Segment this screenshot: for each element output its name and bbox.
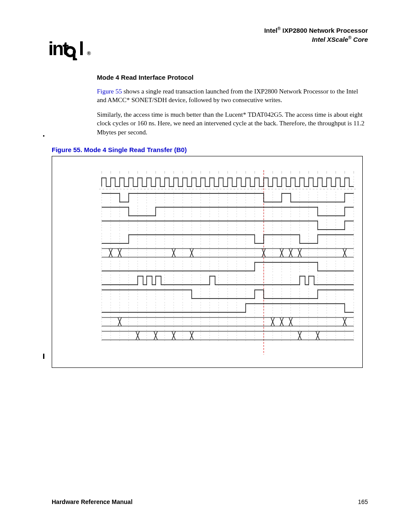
page-footer: Hardware Reference Manual 165 bbox=[52, 498, 368, 505]
page-number: 165 bbox=[358, 498, 368, 505]
registered-mark: ® bbox=[348, 35, 351, 40]
body-block: Figure 55 shows a single read transactio… bbox=[97, 87, 368, 137]
logo-text-post: l bbox=[79, 39, 83, 59]
header-text: IXP2800 Network Processor bbox=[280, 27, 368, 34]
change-bar-dot bbox=[43, 135, 44, 137]
paragraph-1-text: shows a single read transaction launched… bbox=[97, 88, 358, 103]
header-line-2: Intel XScale® Core bbox=[52, 35, 368, 44]
running-header: Intel® IXP2800 Network Processor Intel X… bbox=[52, 26, 368, 44]
logo-reg: ® bbox=[87, 50, 91, 56]
header-text: Intel bbox=[264, 27, 277, 34]
figure-55-timing-diagram bbox=[52, 156, 363, 368]
intel-logo-svg: int l ® bbox=[48, 39, 96, 60]
footer-title: Hardware Reference Manual bbox=[52, 498, 133, 505]
figure-caption: Figure 55. Mode 4 Single Read Transfer (… bbox=[52, 146, 368, 153]
timing-diagram-svg bbox=[52, 156, 362, 367]
change-bar-icon bbox=[43, 354, 44, 359]
figure-xref-link[interactable]: Figure 55 bbox=[97, 88, 122, 95]
paragraph-2: Similarly, the access time is much bette… bbox=[97, 110, 368, 137]
header-text: Core bbox=[352, 36, 368, 43]
header-line-1: Intel® IXP2800 Network Processor bbox=[52, 26, 368, 35]
header-text: Intel XScale bbox=[312, 36, 348, 43]
intel-logo: int l ® bbox=[48, 39, 96, 65]
section-heading: Mode 4 Read Interface Protocol bbox=[97, 74, 368, 81]
page: Intel® IXP2800 Network Processor Intel X… bbox=[0, 0, 411, 532]
paragraph-1: Figure 55 shows a single read transactio… bbox=[97, 87, 368, 105]
